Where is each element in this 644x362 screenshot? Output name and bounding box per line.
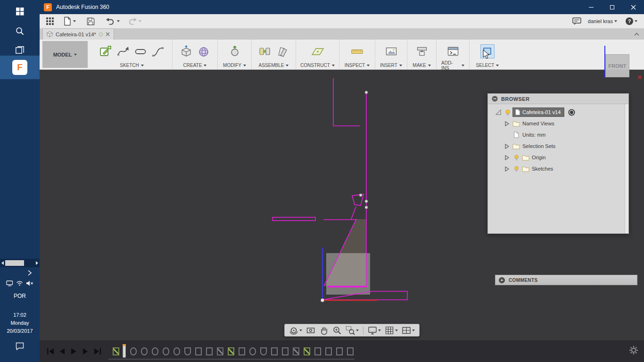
user-account-menu[interactable]: daniel kras	[588, 18, 617, 24]
browser-header[interactable]: BROWSER	[488, 94, 628, 104]
volume-muted-icon[interactable]	[26, 280, 33, 287]
slot-tool-button[interactable]	[134, 45, 147, 58]
go-to-end-button[interactable]	[91, 345, 103, 358]
form-tool-button[interactable]	[197, 45, 210, 58]
sketch-group-menu[interactable]: SKETCH	[96, 61, 167, 69]
step-forward-button[interactable]	[80, 345, 91, 358]
scroll-left-arrow-icon[interactable]	[1, 261, 4, 265]
collapse-browser-icon[interactable]	[492, 96, 498, 102]
undo-button[interactable]	[106, 17, 120, 25]
browser-row-sketches[interactable]: Sketches	[488, 163, 628, 174]
scripts-addins-button[interactable]	[446, 45, 460, 58]
browser-scrollbar[interactable]	[625, 104, 628, 233]
timeline-item-extrude[interactable]	[336, 347, 343, 355]
orbit-button[interactable]	[287, 325, 304, 336]
timeline-item-revolve[interactable]	[141, 347, 148, 355]
notifications-icon[interactable]	[572, 17, 581, 25]
start-button[interactable]	[0, 3, 40, 20]
grid-settings-button[interactable]	[383, 325, 400, 336]
timeline-item-extrude[interactable]	[195, 347, 202, 355]
maximize-button[interactable]	[602, 0, 623, 14]
display-settings-button[interactable]	[366, 325, 383, 336]
root-component-chip[interactable]: Cafeteira-01 v14	[512, 107, 564, 117]
redo-button[interactable]	[127, 17, 141, 25]
insert-group-menu[interactable]: INSERT	[380, 61, 402, 69]
activate-component-radio[interactable]	[567, 109, 576, 116]
timeline-item-extrude[interactable]	[206, 347, 213, 355]
new-component-button[interactable]	[258, 45, 272, 58]
modify-group-menu[interactable]: MODIFY	[223, 61, 247, 69]
viewcube-front-face[interactable]: FRONT	[605, 54, 629, 77]
insert-image-button[interactable]	[385, 45, 398, 58]
scroll-right-arrow-icon[interactable]	[36, 261, 38, 265]
timeline-item-extrude[interactable]	[314, 347, 321, 355]
document-tab[interactable]: Cafeteira-01 v14*	[42, 28, 114, 40]
viewcube[interactable]: FRONT	[599, 45, 644, 83]
timeline-item-sketch[interactable]	[304, 347, 310, 355]
timeline-item-extrude[interactable]	[347, 347, 354, 355]
visibility-bulb-icon[interactable]	[512, 165, 521, 172]
tab-close-icon[interactable]	[106, 32, 110, 36]
browser-row-units[interactable]: Units: mm	[488, 129, 628, 140]
expand-arrow-icon[interactable]	[502, 155, 512, 160]
select-group-menu[interactable]: SELECT	[474, 61, 501, 69]
assemble-group-menu[interactable]: ASSEMBLE	[256, 61, 291, 69]
timeline-item-extrude[interactable]	[271, 347, 278, 355]
timeline-item-revolve[interactable]	[173, 347, 180, 355]
measure-button[interactable]	[350, 45, 364, 58]
collapse-ribbon-chevron[interactable]	[634, 28, 639, 40]
model-viewport[interactable]: BROWSER	[40, 70, 644, 340]
close-button[interactable]	[623, 0, 644, 14]
timeline-item-extrude[interactable]	[282, 347, 289, 355]
spline-tool-button[interactable]	[151, 45, 165, 58]
play-button[interactable]	[68, 345, 80, 358]
minimize-button[interactable]	[580, 0, 602, 14]
expand-arrow-icon[interactable]	[502, 144, 512, 149]
timeline-item-extrude[interactable]	[325, 347, 332, 355]
addins-group-menu[interactable]: ADD-INS	[441, 61, 464, 69]
hidden-icons-chevron[interactable]	[24, 269, 36, 277]
origin-point[interactable]	[321, 298, 324, 302]
timeline-item-pencil[interactable]	[217, 347, 223, 355]
step-back-button[interactable]	[56, 345, 68, 358]
viewports-button[interactable]	[400, 325, 417, 336]
fusion360-taskbar-icon[interactable]: F	[0, 56, 40, 79]
workspace-selector[interactable]: MODEL	[42, 41, 88, 68]
construct-group-menu[interactable]: CONSTRUCT	[301, 61, 334, 69]
construction-plane-button[interactable]	[311, 45, 325, 58]
make-group-menu[interactable]: MAKE	[412, 61, 431, 69]
expand-arrow-icon[interactable]	[502, 166, 512, 172]
taskbar-clock[interactable]: 17:02 Monday 20/03/2017	[0, 311, 40, 335]
browser-row-origin[interactable]: Origin	[488, 152, 628, 163]
timeline-item-revolve[interactable]	[130, 347, 137, 355]
wifi-icon[interactable]	[16, 280, 23, 287]
create-sketch-button[interactable]	[99, 45, 112, 58]
inspect-group-menu[interactable]: INSPECT	[344, 61, 370, 69]
motion-study-button[interactable]	[276, 45, 289, 58]
timeline-scrollbar[interactable]	[108, 359, 355, 360]
browser-row-selection-sets[interactable]: Selection Sets	[488, 140, 628, 152]
display-icon[interactable]	[6, 280, 13, 287]
action-center-button[interactable]	[0, 342, 40, 350]
timeline-item-pencil[interactable]	[293, 347, 299, 355]
root-visibility-bulb-icon[interactable]	[503, 109, 512, 116]
create-group-menu[interactable]: CREATE	[177, 61, 213, 69]
help-menu[interactable]: ?	[626, 17, 637, 25]
app-grid-button[interactable]	[46, 17, 54, 25]
new-body-button[interactable]	[180, 45, 193, 58]
look-at-button[interactable]	[304, 325, 317, 336]
file-menu-button[interactable]	[63, 16, 76, 26]
go-to-beginning-button[interactable]	[44, 345, 56, 358]
timeline-item-sketch[interactable]	[228, 347, 234, 355]
timeline-item-revolve[interactable]	[249, 347, 256, 355]
timeline-position-marker[interactable]	[123, 345, 126, 358]
taskbar-scrollbar[interactable]	[0, 259, 40, 267]
zoom-button[interactable]	[330, 325, 344, 336]
select-tool-button[interactable]	[480, 44, 495, 58]
timeline-item-sketch[interactable]	[113, 347, 119, 355]
timeline-item-revolve[interactable]	[152, 347, 158, 355]
timeline-item-cup[interactable]	[184, 347, 191, 355]
timeline-item-revolve[interactable]	[163, 347, 169, 355]
language-indicator[interactable]: POR	[0, 293, 40, 299]
timeline-item-extrude[interactable]	[239, 347, 245, 355]
